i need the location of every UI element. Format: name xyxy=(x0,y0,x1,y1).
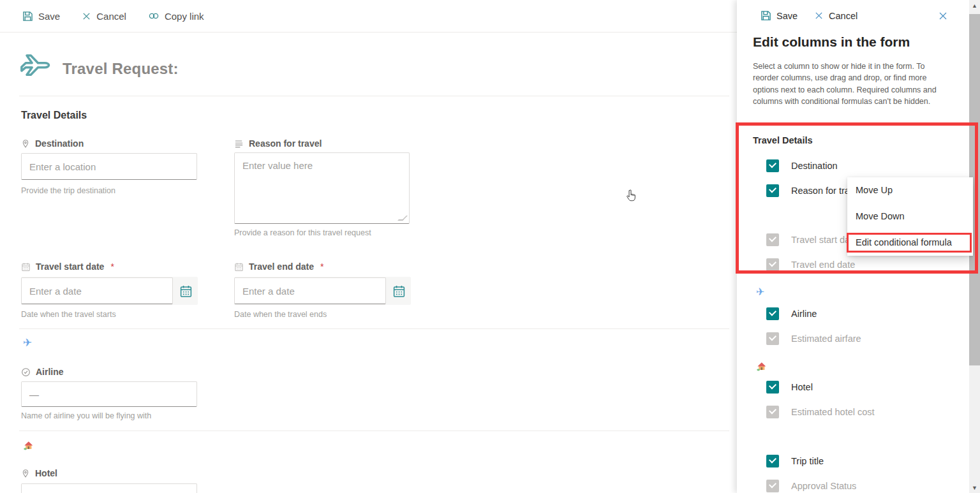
save-button[interactable]: Save xyxy=(22,11,60,22)
airline-helper: Name of airline you will be flying with xyxy=(21,411,151,420)
destination-placeholder: Enter a location xyxy=(29,161,96,172)
house-emoji-icon xyxy=(23,440,34,451)
scroll-up-arrow-icon[interactable]: ▲ xyxy=(969,0,980,11)
copy-link-label: Copy link xyxy=(165,11,204,22)
panel-title: Edit columns in the form xyxy=(753,34,910,50)
airline-label: Airline xyxy=(21,367,64,377)
menu-item-edit-conditional-formula[interactable]: Edit conditional formula xyxy=(847,230,973,256)
calendar-icon xyxy=(21,262,31,272)
start-date-field: Enter a date xyxy=(21,277,198,305)
panel-description: Select a column to show or hide it in th… xyxy=(753,61,949,107)
reason-helper: Provide a reason for this travel request xyxy=(234,228,371,237)
cancel-icon xyxy=(814,11,824,20)
end-date-input[interactable]: Enter a date xyxy=(234,277,386,304)
airline-value: — xyxy=(29,389,39,400)
panel-cancel-label: Cancel xyxy=(829,11,858,21)
checkbox-checked[interactable] xyxy=(766,159,779,172)
column-row-trip-title[interactable]: Trip title xyxy=(766,455,824,467)
airline-select[interactable]: — xyxy=(21,381,197,407)
save-label: Save xyxy=(38,11,60,22)
column-row-travel-end-date: Travel end date xyxy=(766,258,855,271)
start-date-picker-icon[interactable] xyxy=(179,284,193,298)
destination-label: Destination xyxy=(21,138,84,149)
copy-link-icon xyxy=(148,11,160,21)
save-icon xyxy=(22,11,33,22)
section-divider xyxy=(19,328,729,329)
start-date-helper: Date when the travel starts xyxy=(21,310,116,319)
column-row-travel-start-date: Travel start date xyxy=(766,233,858,246)
cancel-label: Cancel xyxy=(96,11,126,22)
checkbox-disabled xyxy=(766,406,779,418)
hotel-label: Hotel xyxy=(21,468,57,478)
panel-save-label: Save xyxy=(776,11,798,21)
section-divider xyxy=(19,430,729,431)
checkbox-checked[interactable] xyxy=(766,381,779,394)
airplane-emoji-icon: ✈ xyxy=(756,286,767,297)
resize-handle[interactable] xyxy=(397,216,408,221)
column-row-hotel[interactable]: Hotel xyxy=(766,381,813,394)
section-title-travel-details: Travel Details xyxy=(21,110,87,121)
checkbox-disabled xyxy=(766,332,779,345)
page-header: Travel Request: xyxy=(18,51,179,87)
end-date-label: Travel end date * xyxy=(234,261,323,272)
checkbox-checked[interactable] xyxy=(766,184,779,197)
header-divider xyxy=(19,96,729,96)
copy-link-button[interactable]: Copy link xyxy=(148,11,204,22)
travel-request-form-page: Save Cancel Copy link Travel Request: Tr… xyxy=(0,0,980,493)
menu-item-move-down[interactable]: Move Down xyxy=(847,203,973,230)
destination-input[interactable]: Enter a location xyxy=(21,153,197,180)
cancel-icon xyxy=(82,11,91,21)
cancel-button[interactable]: Cancel xyxy=(82,11,126,22)
end-date-helper: Date when the travel ends xyxy=(234,310,327,319)
airplane-emoji-icon: ✈ xyxy=(23,336,32,350)
group-title-travel-details: Travel Details xyxy=(753,135,813,145)
hand-cursor xyxy=(624,188,639,205)
checkbox-disabled xyxy=(766,258,779,271)
column-row-destination[interactable]: Destination xyxy=(766,159,838,172)
start-date-input[interactable]: Enter a date xyxy=(21,277,173,304)
checkbox-checked[interactable] xyxy=(766,455,779,467)
page-title: Travel Request: xyxy=(63,60,179,78)
checkbox-checked[interactable] xyxy=(766,307,779,320)
airplane-icon xyxy=(18,51,54,87)
end-date-field: Enter a date xyxy=(234,277,411,305)
checkbox-disabled xyxy=(766,480,779,492)
destination-helper: Provide the trip destination xyxy=(21,186,115,195)
scroll-down-arrow-icon[interactable]: ▼ xyxy=(969,482,980,493)
reason-textarea[interactable]: Enter value here xyxy=(234,152,410,224)
column-row-estimated-hotel-cost: Estimated hotel cost xyxy=(766,406,875,418)
required-asterisk: * xyxy=(320,261,323,272)
choice-circle-check-icon xyxy=(21,367,31,377)
reason-label: Reason for travel xyxy=(234,138,322,149)
reason-placeholder: Enter value here xyxy=(242,160,313,171)
location-pin-icon xyxy=(21,469,30,478)
text-lines-icon xyxy=(234,139,244,149)
save-icon xyxy=(761,10,771,21)
panel-cancel-button[interactable]: Cancel xyxy=(814,11,858,21)
start-date-label: Travel start date * xyxy=(21,261,114,272)
panel-save-button[interactable]: Save xyxy=(761,10,798,21)
close-icon[interactable] xyxy=(938,11,948,21)
main-toolbar: Save Cancel Copy link xyxy=(0,0,737,33)
house-emoji-icon xyxy=(756,361,767,372)
column-context-menu: Move Up Move Down Edit conditional formu… xyxy=(847,177,973,256)
calendar-icon xyxy=(234,262,244,272)
column-row-approval-status: Approval Status xyxy=(766,480,856,492)
checkbox-disabled xyxy=(766,233,779,246)
column-row-airline[interactable]: Airline xyxy=(766,307,817,320)
location-pin-icon xyxy=(21,139,30,149)
menu-item-move-up[interactable]: Move Up xyxy=(847,177,973,203)
column-row-estimated-airfare: Estimated airfare xyxy=(766,332,861,345)
panel-toolbar: Save Cancel xyxy=(761,10,858,21)
hotel-input[interactable] xyxy=(21,483,197,493)
required-asterisk: * xyxy=(110,261,114,272)
end-date-picker-icon[interactable] xyxy=(392,284,406,298)
